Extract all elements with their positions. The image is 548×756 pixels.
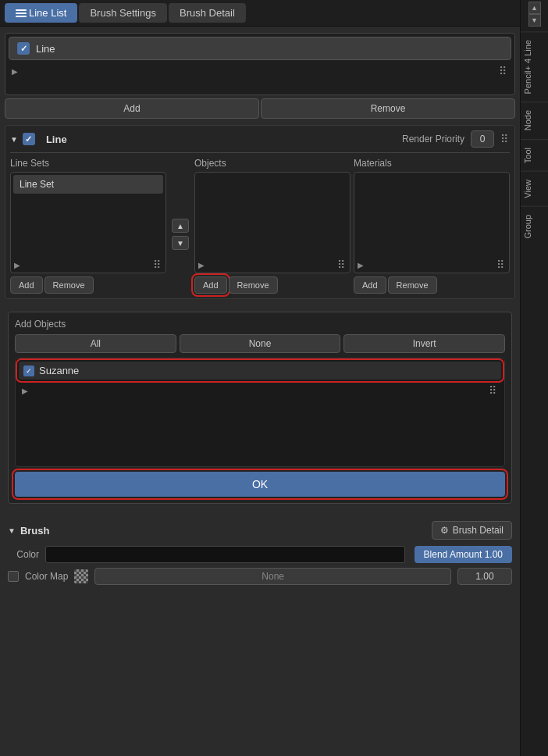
line-header-right: Render Priority 0 ⠿	[402, 130, 510, 148]
obj-list-arrow-icon: ▶	[22, 387, 28, 395]
opacity-field[interactable]: 1.00	[457, 568, 512, 585]
line-item-checkbox[interactable]	[17, 42, 30, 55]
obj-list-dots-icon: ⠿	[489, 384, 498, 397]
materials-arrow-icon: ▶	[358, 261, 364, 269]
collapse-icon[interactable]: ▼	[10, 135, 18, 144]
suzanne-item[interactable]: Suzanne	[19, 362, 501, 380]
line-list-box: Line ▶ ⠿	[5, 33, 515, 95]
colormap-row: Color Map None 1.00	[8, 568, 512, 585]
objects-btns: Add Remove	[194, 276, 351, 294]
suzanne-label: Suzanne	[39, 365, 79, 376]
line-list-btn-row: Add Remove	[5, 98, 515, 119]
lineset-dots-icon: ⠿	[153, 259, 162, 271]
scroll-down-btn[interactable]: ▼	[528, 14, 541, 27]
brush-detail-btn[interactable]: ⚙ Brush Detail	[432, 521, 512, 540]
arrows-col: ▲ ▼	[169, 158, 191, 294]
line-list-remove-btn[interactable]: Remove	[261, 98, 515, 119]
line-section-title: Line	[46, 134, 67, 145]
all-btn[interactable]: All	[15, 334, 176, 353]
line-section-checkbox[interactable]	[23, 133, 35, 145]
brush-header: ▼ Brush ⚙ Brush Detail	[8, 521, 512, 540]
section-dots: ⠿	[500, 133, 510, 145]
objects-column: Objects ▶ ⠿ Add Remove	[194, 158, 351, 294]
line-sets-label: Line Sets	[10, 158, 166, 169]
line-list-item[interactable]: Line	[9, 37, 511, 60]
brush-title: Brush	[20, 525, 50, 537]
section-divider	[10, 152, 510, 153]
sidebar-tab-view[interactable]: View	[521, 171, 548, 206]
line-sets-add-btn[interactable]: Add	[10, 276, 43, 294]
tab-brush-settings-label: Brush Settings	[90, 7, 156, 19]
expand-arrow-icon: ▶	[12, 67, 18, 76]
none-btn[interactable]: None	[180, 334, 341, 353]
objects-label: Objects	[194, 158, 351, 169]
line-item-label: Line	[36, 43, 55, 55]
right-panel: ▲ ▼ Pencil+ 4 Line Node Tool View Group	[520, 0, 548, 756]
tab-line-list-label: Line List	[29, 7, 66, 19]
line-sets-btns: Add Remove	[10, 276, 166, 294]
list-icon	[16, 9, 27, 17]
tab-brush-detail[interactable]: Brush Detail	[169, 3, 246, 23]
brush-collapse-icon[interactable]: ▼	[8, 526, 16, 535]
objects-remove-btn[interactable]: Remove	[229, 276, 278, 294]
color-row: Color Blend Amount 1.00	[8, 546, 512, 563]
materials-remove-btn[interactable]: Remove	[388, 276, 437, 294]
materials-footer: ▶ ⠿	[354, 257, 509, 273]
objects-dots-icon: ⠿	[337, 259, 347, 271]
line-set-item[interactable]: Line Set	[13, 175, 163, 194]
line-sets-remove-btn[interactable]: Remove	[44, 276, 94, 294]
checkerboard-icon	[74, 569, 88, 583]
line-sets-footer: ▶ ⠿	[11, 257, 165, 273]
tab-brush-detail-label: Brush Detail	[180, 7, 235, 19]
materials-label: Materials	[354, 158, 510, 169]
brush-section: ▼ Brush ⚙ Brush Detail Color Blend Amoun…	[5, 516, 515, 590]
invert-btn[interactable]: Invert	[343, 334, 505, 353]
tab-bar: Line List Brush Settings Brush Detail	[0, 0, 520, 27]
scrollbar: ▲ ▼	[521, 0, 548, 28]
move-up-btn[interactable]: ▲	[172, 219, 189, 233]
filter-row: All None Invert	[15, 334, 505, 353]
sidebar-tabs: Pencil+ 4 Line Node Tool View Group	[521, 31, 548, 756]
columns-area: Line Sets Line Set ▶ ⠿ Add Remove	[10, 158, 510, 294]
color-swatch[interactable]	[45, 546, 405, 563]
ok-btn[interactable]: OK	[15, 472, 505, 497]
add-objects-label: Add Objects	[15, 319, 505, 330]
colormap-label: Color Map	[25, 571, 68, 582]
objects-list: ▶ ⠿	[194, 172, 351, 273]
suzanne-checkbox[interactable]	[23, 366, 34, 376]
materials-dots-icon: ⠿	[496, 259, 506, 271]
line-list-add-btn[interactable]: Add	[5, 98, 259, 119]
sidebar-tab-group[interactable]: Group	[521, 206, 548, 247]
sidebar-tab-pencil[interactable]: Pencil+ 4 Line	[521, 31, 548, 102]
brush-detail-btn-label: Brush Detail	[453, 525, 504, 536]
objects-arrow-icon: ▶	[198, 261, 205, 269]
sidebar-tab-tool[interactable]: Tool	[521, 139, 548, 171]
sidebar-tab-node[interactable]: Node	[521, 102, 548, 138]
obj-list-footer: ▶ ⠿	[19, 383, 501, 398]
objects-add-btn[interactable]: Add	[194, 276, 227, 294]
colormap-checkbox[interactable]	[8, 571, 19, 582]
materials-btns: Add Remove	[354, 276, 510, 294]
line-section: ▼ Line Render Priority 0 ⠿ Line Sets Lin	[5, 125, 515, 299]
scroll-up-btn[interactable]: ▲	[528, 2, 541, 14]
line-sets-list: Line Set ▶ ⠿	[10, 172, 166, 273]
line-list-panel: Line ▶ ⠿ Add Remove	[5, 33, 515, 119]
tab-brush-settings[interactable]: Brush Settings	[79, 3, 167, 23]
brush-detail-icon: ⚙	[440, 525, 449, 536]
move-down-btn[interactable]: ▼	[172, 236, 189, 250]
list-footer: ▶ ⠿	[9, 63, 511, 79]
blend-amount-btn[interactable]: Blend Amount 1.00	[415, 546, 512, 563]
objects-footer: ▶ ⠿	[195, 257, 350, 273]
materials-add-btn[interactable]: Add	[354, 276, 386, 294]
line-header-left: ▼ Line	[10, 133, 67, 145]
tab-line-list[interactable]: Line List	[5, 3, 77, 23]
color-label: Color	[8, 549, 39, 560]
render-priority-value[interactable]: 0	[471, 130, 494, 148]
colormap-dropdown[interactable]: None	[94, 568, 451, 585]
materials-list: ▶ ⠿	[354, 172, 510, 273]
dots-icon: ⠿	[499, 65, 508, 77]
line-sets-column: Line Sets Line Set ▶ ⠿ Add Remove	[10, 158, 166, 294]
line-section-header: ▼ Line Render Priority 0 ⠿	[10, 130, 510, 148]
brush-title-row: ▼ Brush	[8, 525, 49, 537]
main-content: Line ▶ ⠿ Add Remove ▼ Line	[0, 27, 520, 756]
